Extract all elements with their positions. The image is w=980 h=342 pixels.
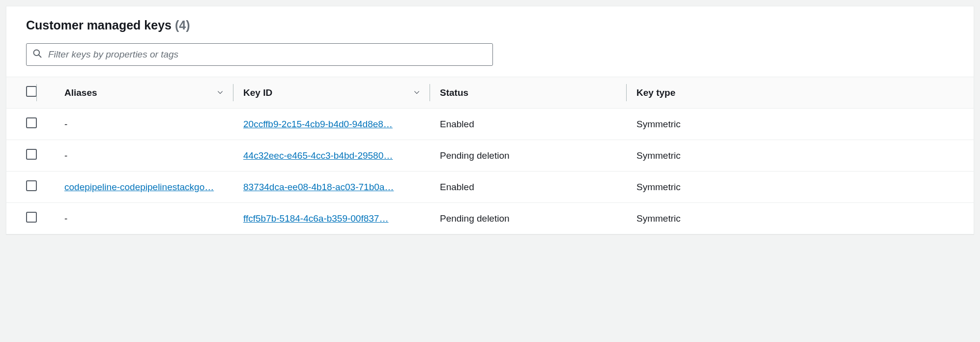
type-cell: Symmetric	[627, 140, 974, 171]
type-cell: Symmetric	[627, 203, 974, 234]
keys-panel: Customer managed keys (4)	[6, 6, 974, 234]
table-header-row: Aliases Key ID	[6, 77, 974, 109]
alias-cell[interactable]: codepipeline-codepipelinestackgo…	[64, 182, 214, 192]
status-cell: Enabled	[430, 109, 627, 140]
column-label-aliases: Aliases	[64, 87, 97, 98]
row-checkbox[interactable]	[26, 212, 37, 223]
keyid-link[interactable]: 44c32eec-e465-4cc3-b4bd-29580…	[243, 150, 393, 161]
column-header-type[interactable]: Key type	[627, 77, 974, 109]
caret-down-icon	[413, 87, 420, 98]
table-row: codepipeline-codepipelinestackgo…83734dc…	[6, 171, 974, 203]
row-checkbox[interactable]	[26, 117, 37, 128]
row-checkbox[interactable]	[26, 149, 37, 160]
status-cell: Pending deletion	[430, 203, 627, 234]
panel-title: Customer managed keys (4)	[26, 18, 190, 32]
svg-line-1	[39, 55, 41, 57]
column-header-status[interactable]: Status	[430, 77, 627, 109]
table-row: -ffcf5b7b-5184-4c6a-b359-00f837…Pending …	[6, 203, 974, 234]
column-label-type: Key type	[636, 87, 675, 98]
caret-down-icon	[217, 87, 224, 98]
alias-cell: -	[64, 150, 67, 161]
column-header-aliases[interactable]: Aliases	[37, 77, 233, 109]
filter-box[interactable]	[26, 43, 493, 66]
type-cell: Symmetric	[627, 171, 974, 203]
column-label-status: Status	[440, 87, 468, 98]
keyid-link[interactable]: 20ccffb9-2c15-4cb9-b4d0-94d8e8…	[243, 119, 393, 129]
keyid-link[interactable]: 83734dca-ee08-4b18-ac03-71b0a…	[243, 182, 394, 192]
filter-input[interactable]	[47, 49, 487, 60]
status-cell: Pending deletion	[430, 140, 627, 171]
alias-cell: -	[64, 119, 67, 129]
title-text: Customer managed keys	[26, 18, 172, 32]
table-row: -44c32eec-e465-4cc3-b4bd-29580…Pending d…	[6, 140, 974, 171]
keys-table: Aliases Key ID	[6, 77, 974, 234]
table-row: -20ccffb9-2c15-4cb9-b4d0-94d8e8…EnabledS…	[6, 109, 974, 140]
search-icon	[32, 49, 47, 61]
column-label-keyid: Key ID	[243, 87, 272, 98]
select-all-checkbox[interactable]	[26, 86, 37, 97]
column-header-keyid[interactable]: Key ID	[233, 77, 430, 109]
keyid-link[interactable]: ffcf5b7b-5184-4c6a-b359-00f837…	[243, 213, 388, 224]
status-cell: Enabled	[430, 171, 627, 203]
type-cell: Symmetric	[627, 109, 974, 140]
alias-cell: -	[64, 213, 67, 224]
row-checkbox[interactable]	[26, 180, 37, 191]
title-count: (4)	[175, 18, 190, 32]
panel-header: Customer managed keys (4)	[6, 6, 974, 37]
